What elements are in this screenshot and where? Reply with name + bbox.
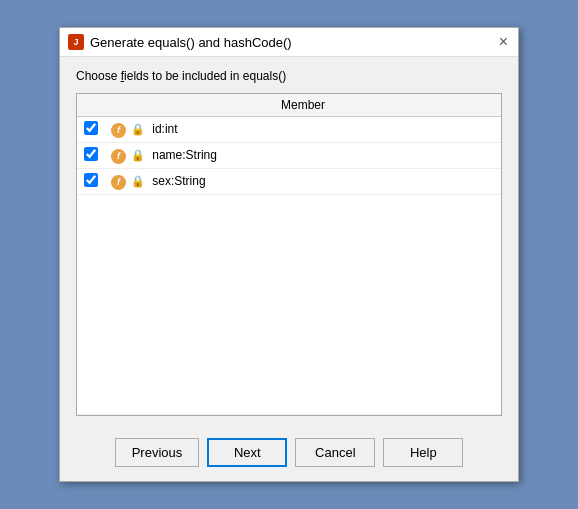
members-table: Member f 🔒 id:int [77, 94, 501, 415]
field-name: sex:String [152, 174, 205, 188]
checkbox-col-header [77, 94, 105, 117]
members-table-container: Member f 🔒 id:int [76, 93, 502, 416]
row-checkbox-cell [77, 117, 105, 143]
field-type-badge: f [111, 175, 126, 190]
table-row: f 🔒 id:int [77, 117, 501, 143]
row-checkbox-cell [77, 169, 105, 195]
row-member-cell: f 🔒 id:int [105, 117, 501, 143]
dialog: J Generate equals() and hashCode() × Cho… [59, 27, 519, 482]
row-member-cell: f 🔒 name:String [105, 143, 501, 169]
field-name: id:int [152, 122, 177, 136]
instruction-text: Choose fields to be included in equals() [76, 69, 502, 83]
lock-icon: 🔒 [132, 123, 145, 136]
table-row: f 🔒 name:String [77, 143, 501, 169]
field-name: name:String [152, 148, 217, 162]
title-bar: J Generate equals() and hashCode() × [60, 28, 518, 57]
row-checkbox-3[interactable] [84, 173, 98, 187]
row-member-cell: f 🔒 sex:String [105, 169, 501, 195]
app-icon: J [68, 34, 84, 50]
member-col-header: Member [105, 94, 501, 117]
dialog-footer: Previous Next Cancel Help [60, 428, 518, 481]
row-checkbox-2[interactable] [84, 147, 98, 161]
dialog-title: Generate equals() and hashCode() [90, 35, 491, 50]
field-type-badge: f [111, 123, 126, 138]
dialog-body: Choose fields to be included in equals()… [60, 57, 518, 428]
cancel-button[interactable]: Cancel [295, 438, 375, 467]
lock-icon: 🔒 [132, 175, 145, 188]
row-checkbox-1[interactable] [84, 121, 98, 135]
close-button[interactable]: × [497, 34, 510, 50]
lock-icon: 🔒 [132, 149, 145, 162]
help-button[interactable]: Help [383, 438, 463, 467]
previous-button[interactable]: Previous [115, 438, 200, 467]
table-row: f 🔒 sex:String [77, 169, 501, 195]
field-type-badge: f [111, 149, 126, 164]
next-button[interactable]: Next [207, 438, 287, 467]
empty-row [77, 195, 501, 415]
row-checkbox-cell [77, 143, 105, 169]
